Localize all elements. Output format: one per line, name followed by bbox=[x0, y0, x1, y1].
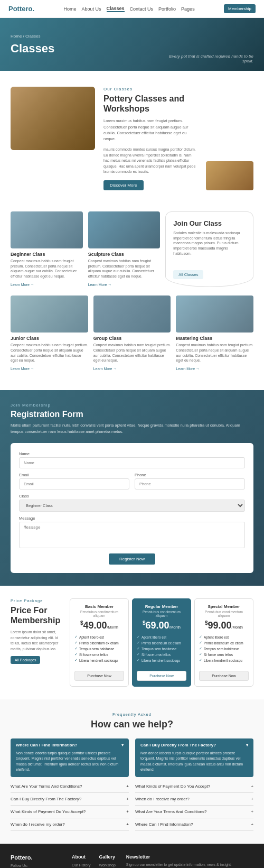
membership-button[interactable]: Membership bbox=[224, 4, 256, 13]
email-phone-row: Email Phone bbox=[19, 473, 245, 490]
regular-features: Aptent libero est Primis bibendum ex eti… bbox=[137, 634, 186, 663]
nav-links: Home About Us Classes Contact Us Portfol… bbox=[63, 6, 194, 12]
join-class-box: Join Our Class Sodales molestie is males… bbox=[165, 211, 253, 287]
name-row: Name bbox=[19, 451, 245, 468]
special-feature-1: Aptent libero est bbox=[199, 634, 249, 640]
discover-more-button[interactable]: Discover More bbox=[103, 180, 144, 190]
pricing-cards: Basic Member Penatubus condimentum aliqu… bbox=[70, 598, 253, 687]
footer-about-links: Our History Studio Course FAQs Contact bbox=[72, 863, 90, 868]
faq-item-1-2: What Are Your Terms And Conditions? + bbox=[11, 780, 129, 793]
classes-hero-image bbox=[11, 87, 95, 150]
nav-portfolio[interactable]: Portfolio bbox=[158, 6, 176, 12]
registration-desc: Mollis etiam parturient facilisi nulla n… bbox=[11, 422, 253, 435]
faq-expand-2-2[interactable]: + bbox=[251, 784, 253, 789]
footer-brand: Pottero. Follow Us: f t in yt bbox=[11, 854, 63, 868]
mastering-class-title: Mastering Class bbox=[176, 336, 253, 341]
footer-gallery-0[interactable]: Workshop bbox=[99, 863, 117, 868]
faq-q-2-2: What Kinds of Payment Do You Accept? bbox=[135, 784, 210, 789]
junior-class-title: Junior Class bbox=[11, 336, 88, 341]
footer-gallery-col: Gallery Workshop Community Trending Pick… bbox=[99, 854, 117, 868]
faq-question-2[interactable]: Can I Buy Directly From The Factory? ▾ bbox=[140, 743, 248, 747]
section-label-classes: Our Classes bbox=[103, 87, 197, 91]
faq-answer-1: Non donec lobortis turpis quisque portti… bbox=[16, 751, 124, 773]
classes-row-1: Beginner Class Conpeat maximus habitus n… bbox=[11, 211, 253, 287]
faq-label: Frequently Asked bbox=[11, 712, 253, 717]
email-input[interactable] bbox=[19, 478, 129, 490]
basic-feature-2: Primis bibendum ex etiam bbox=[74, 640, 124, 646]
faq-col-2: Can I Buy Directly From The Factory? ▾ N… bbox=[135, 738, 253, 831]
footer-newsletter-col: Newsletter Sign up our newsletter to get… bbox=[126, 854, 232, 868]
faq-question-1[interactable]: Where Can I Find Information? ▾ bbox=[16, 743, 124, 747]
basic-purchase-button[interactable]: Purchase Now bbox=[74, 671, 124, 681]
pottery-image-inner bbox=[11, 87, 95, 150]
nav-pages[interactable]: Pages bbox=[181, 6, 195, 12]
basic-feature-5: Libera hendrerit sociosqu bbox=[74, 658, 124, 663]
sculpture-class-card: Sculpture Class Conpeat maximus habitus … bbox=[88, 211, 161, 287]
footer-about-title: About bbox=[72, 854, 90, 860]
faq-q-1-3: Can I Buy Directly From The Factory? bbox=[11, 797, 81, 801]
basic-price: $49.00/Month bbox=[74, 621, 124, 630]
class-select[interactable]: Beginner Class bbox=[19, 500, 245, 512]
hero-tagline: Every pot that is crafted required hands… bbox=[169, 54, 253, 63]
group-class-title: Group Class bbox=[93, 336, 171, 341]
all-classes-button[interactable]: All Classes bbox=[173, 270, 203, 279]
join-class-desc: Sodales molestie is malesuada sociosqu i… bbox=[173, 230, 246, 256]
beginner-learn-more[interactable]: Learn More → bbox=[11, 283, 34, 287]
special-purchase-button[interactable]: Purchase Now bbox=[199, 671, 249, 681]
chevron-down-icon-2: ▾ bbox=[246, 743, 248, 747]
sculpture-class-title: Sculpture Class bbox=[88, 252, 161, 257]
email-group: Email bbox=[19, 473, 129, 490]
message-input[interactable] bbox=[19, 522, 245, 548]
name-group: Name bbox=[19, 451, 245, 468]
footer: Pottero. Follow Us: f t in yt About Our … bbox=[0, 844, 264, 868]
faq-expand-1-5[interactable]: + bbox=[126, 822, 129, 827]
regular-feature-3: Tempus sem habitasse bbox=[137, 646, 186, 652]
email-label: Email bbox=[19, 473, 129, 477]
registration-form: Name Email Phone Class Beginner Class bbox=[11, 443, 253, 573]
all-packages-button[interactable]: All Packages bbox=[11, 656, 40, 664]
pricing-label: Price Package bbox=[11, 598, 63, 603]
faq-q-2-4: What Are Your Terms And Conditions? bbox=[135, 809, 207, 814]
class-label: Class bbox=[19, 494, 245, 498]
regular-purchase-button[interactable]: Purchase Now bbox=[137, 671, 186, 681]
footer-gallery-title: Gallery bbox=[99, 854, 117, 860]
classes-extra: mauris commodo montes cursus magna portt… bbox=[103, 147, 197, 175]
junior-class-card: Junior Class Conpeat maximus habitus nam… bbox=[11, 296, 88, 371]
special-features: Aptent libero est Primis bibendum ex eti… bbox=[199, 634, 249, 663]
nav-about[interactable]: About Us bbox=[81, 6, 101, 12]
footer-about-0[interactable]: Our History bbox=[72, 863, 90, 868]
nav-classes[interactable]: Classes bbox=[107, 6, 125, 12]
regular-feature-4: Si fusce urna tellus bbox=[137, 652, 186, 658]
special-member-card: Special Member Penatubus condimentum ali… bbox=[194, 598, 253, 687]
mastering-learn-more[interactable]: Learn More → bbox=[176, 367, 200, 371]
faq-expand-2-3[interactable]: + bbox=[251, 797, 253, 801]
faq-item-2-4: What Are Your Terms And Conditions? + bbox=[135, 806, 253, 818]
name-input[interactable] bbox=[19, 457, 245, 468]
mastering-class-desc: Conpeat maximus habitus nam feugiat pret… bbox=[176, 343, 253, 363]
faq-expand-1-4[interactable]: + bbox=[126, 809, 129, 814]
breadcrumb: Home / Classes bbox=[11, 34, 253, 39]
faq-expand-2-4[interactable]: + bbox=[251, 809, 253, 814]
navbar: Pottero. Home About Us Classes Contact U… bbox=[0, 0, 264, 18]
nav-contact[interactable]: Contact Us bbox=[130, 6, 154, 12]
faq-open-2: Can I Buy Directly From The Factory? ▾ N… bbox=[135, 738, 253, 777]
faq-expand-1-2[interactable]: + bbox=[126, 784, 129, 789]
faq-expand-2-5[interactable]: + bbox=[251, 822, 253, 827]
footer-logo: Pottero. bbox=[11, 854, 63, 861]
basic-subtitle: Penatubus condimentum aliquam bbox=[74, 610, 124, 617]
faq-expand-1-3[interactable]: + bbox=[126, 797, 129, 801]
junior-class-desc: Conpeat maximus habitus nam feugiat pret… bbox=[11, 343, 88, 363]
junior-learn-more[interactable]: Learn More → bbox=[11, 367, 34, 371]
special-feature-2: Primis bibendum ex etiam bbox=[199, 640, 249, 646]
special-feature-3: Tempus sem habitasse bbox=[199, 646, 249, 652]
pricing-layout: Price Package Price For Membership Lorem… bbox=[11, 598, 253, 687]
sculpture-learn-more[interactable]: Learn More → bbox=[88, 283, 112, 287]
phone-input[interactable] bbox=[135, 478, 245, 490]
group-learn-more[interactable]: Learn More → bbox=[93, 367, 117, 371]
classes-grid-section: Beginner Class Conpeat maximus habitus n… bbox=[0, 206, 264, 390]
register-button[interactable]: Register Now bbox=[109, 553, 155, 565]
beginner-class-image bbox=[11, 211, 83, 248]
chevron-down-icon: ▾ bbox=[121, 743, 124, 747]
phone-label: Phone bbox=[135, 473, 245, 477]
nav-home[interactable]: Home bbox=[63, 6, 76, 12]
